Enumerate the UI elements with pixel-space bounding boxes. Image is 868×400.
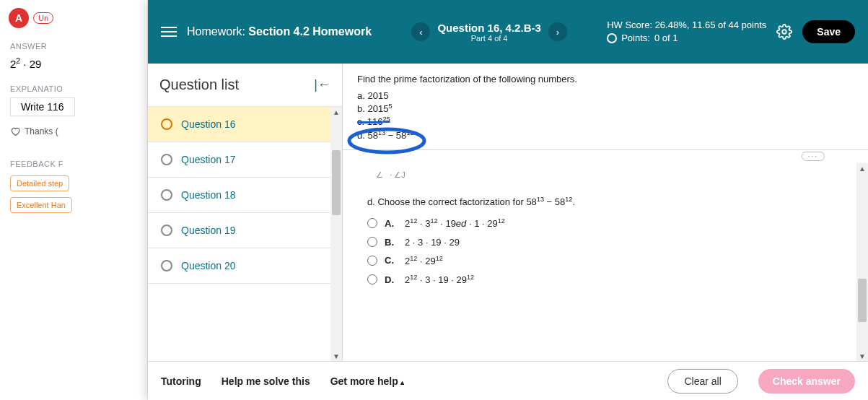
homework-modal: Homework: Section 4.2 Homework ‹ Questio… bbox=[148, 0, 868, 400]
option-expression: 2 · 3 · 19 · 29 bbox=[405, 237, 460, 248]
status-circle-icon bbox=[161, 154, 172, 165]
thanks-label: Thanks ( bbox=[25, 126, 58, 136]
radio-icon[interactable] bbox=[367, 256, 377, 266]
radio-icon[interactable] bbox=[367, 218, 377, 228]
option-letter: A. bbox=[385, 218, 398, 229]
scroll-down-icon[interactable]: ▼ bbox=[859, 352, 866, 360]
next-question-button[interactable]: › bbox=[548, 22, 567, 41]
clear-all-button[interactable]: Clear all bbox=[667, 369, 737, 394]
score-block: HW Score: 26.48%, 11.65 of 44 points Poi… bbox=[607, 19, 766, 45]
answer-area: ∠ · ∠J d. Choose the correct factorizati… bbox=[343, 163, 868, 361]
menu-icon[interactable] bbox=[161, 27, 177, 37]
thanks-row[interactable]: Thanks ( bbox=[0, 116, 147, 147]
radio-icon[interactable] bbox=[367, 274, 377, 284]
save-button[interactable]: Save bbox=[802, 20, 855, 43]
question-list-label: Question 16 bbox=[181, 118, 236, 130]
hand-annotation-circle bbox=[347, 127, 434, 155]
answer-scrollbar[interactable]: ▲ ▼ bbox=[856, 163, 868, 361]
question-list-label: Question 20 bbox=[181, 260, 236, 271]
heart-icon bbox=[10, 126, 20, 136]
question-list-panel: Question list |← Question 16Question 17Q… bbox=[148, 64, 343, 361]
ellipsis-divider[interactable]: ··· bbox=[802, 152, 825, 161]
explanation-label: EXPLANATIO bbox=[0, 71, 147, 97]
scroll-up-icon[interactable]: ▲ bbox=[333, 108, 340, 116]
option-expression: 212 · 312 · 19ed · 1 · 2912 bbox=[405, 217, 505, 229]
badge-un: Un bbox=[33, 12, 53, 24]
answer-option[interactable]: D.212 · 3 · 19 · 2912 bbox=[367, 274, 854, 285]
status-circle-icon bbox=[161, 118, 172, 130]
prev-question-button[interactable]: ‹ bbox=[411, 22, 430, 41]
ghost-prev: ∠ · ∠J bbox=[367, 170, 854, 180]
gear-icon[interactable] bbox=[776, 24, 792, 40]
question-prompt-area: Find the prime factorization of the foll… bbox=[343, 64, 868, 150]
option-expression: 212 · 2912 bbox=[405, 255, 443, 266]
feedback-detailed-button[interactable]: Detailed step bbox=[10, 175, 69, 191]
question-list-label: Question 19 bbox=[181, 225, 236, 236]
status-circle-icon bbox=[161, 189, 172, 201]
scroll-down-icon[interactable]: ▼ bbox=[333, 352, 340, 360]
qlist-scrollbar[interactable]: ▲ ▼ bbox=[330, 107, 342, 361]
points-icon bbox=[607, 33, 617, 43]
check-answer-button[interactable]: Check answer bbox=[758, 369, 855, 394]
prompt-b: b. 20155 bbox=[357, 103, 854, 114]
question-list-item[interactable]: Question 19 bbox=[148, 213, 342, 248]
background-panel: A Un ANSWER 22 · 29 EXPLANATIO Write 116… bbox=[0, 0, 148, 400]
feedback-label: FEEDBACK F bbox=[0, 147, 147, 173]
collapse-icon[interactable]: |← bbox=[314, 77, 330, 92]
explanation-write: Write 116 bbox=[10, 97, 75, 116]
scroll-up-icon[interactable]: ▲ bbox=[859, 165, 866, 172]
option-expression: 212 · 3 · 19 · 2912 bbox=[405, 274, 474, 285]
answer-question: d. Choose the correct factorization for … bbox=[367, 196, 854, 207]
answer-option[interactable]: C.212 · 2912 bbox=[367, 255, 854, 266]
avatar: A bbox=[9, 8, 29, 28]
answer-value: 22 · 29 bbox=[0, 55, 147, 71]
help-me-solve-link[interactable]: Help me solve this bbox=[222, 375, 310, 387]
question-list-label: Question 17 bbox=[181, 154, 236, 165]
scroll-thumb[interactable] bbox=[332, 150, 341, 215]
get-more-help-dropdown[interactable]: Get more help bbox=[330, 375, 404, 387]
question-list-item[interactable]: Question 18 bbox=[148, 178, 342, 213]
option-letter: C. bbox=[385, 255, 398, 266]
feedback-excellent-button[interactable]: Excellent Han bbox=[10, 197, 72, 213]
option-letter: B. bbox=[385, 237, 398, 248]
answer-option[interactable]: A.212 · 312 · 19ed · 1 · 2912 bbox=[367, 217, 854, 229]
prompt-text: Find the prime factorization of the foll… bbox=[357, 74, 854, 84]
question-list-title: Question list bbox=[159, 77, 239, 93]
tutoring-link[interactable]: Tutoring bbox=[161, 375, 201, 387]
svg-point-1 bbox=[349, 129, 424, 152]
scroll-thumb[interactable] bbox=[858, 279, 867, 322]
option-letter: D. bbox=[385, 274, 398, 285]
question-list-label: Question 18 bbox=[181, 189, 236, 201]
prompt-a: a. 2015 bbox=[357, 90, 854, 101]
status-circle-icon bbox=[161, 260, 172, 271]
modal-footer: Tutoring Help me solve this Get more hel… bbox=[148, 361, 868, 400]
modal-header: Homework: Section 4.2 Homework ‹ Questio… bbox=[148, 0, 868, 64]
prompt-c: c. 11625 bbox=[357, 116, 854, 127]
svg-point-0 bbox=[783, 30, 787, 34]
status-circle-icon bbox=[161, 225, 172, 236]
question-list-item[interactable]: Question 20 bbox=[148, 248, 342, 284]
question-list-item[interactable]: Question 17 bbox=[148, 142, 342, 178]
answer-section-label: ANSWER bbox=[0, 29, 147, 55]
radio-icon[interactable] bbox=[367, 237, 377, 247]
homework-title: Homework: Section 4.2 Homework bbox=[187, 25, 372, 40]
answer-option[interactable]: B.2 · 3 · 19 · 29 bbox=[367, 237, 854, 248]
question-list-item[interactable]: Question 16 bbox=[148, 107, 342, 142]
question-title: Question 16, 4.2.B-3 Part 4 of 4 bbox=[437, 22, 540, 43]
